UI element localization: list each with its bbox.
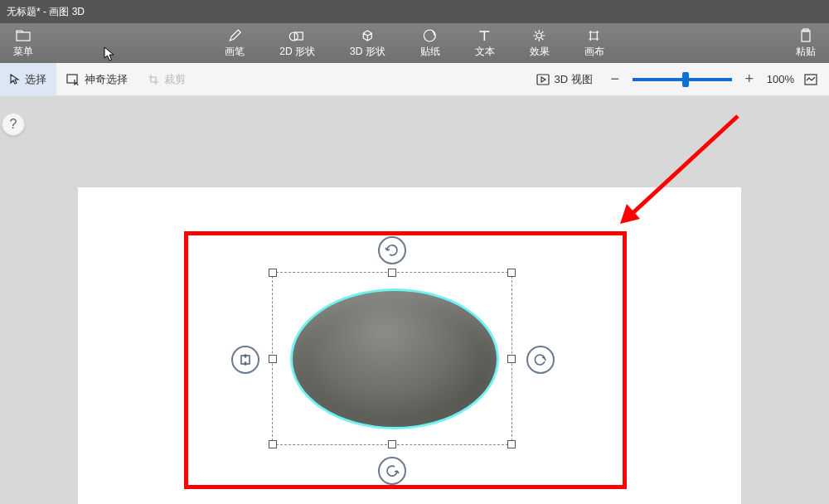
- zoom-out-button[interactable]: −: [608, 72, 623, 87]
- magic-icon: [66, 74, 80, 85]
- zoom-thumb[interactable]: [682, 72, 689, 87]
- paste-icon: [799, 28, 812, 43]
- title-bar: 无标题* - 画图 3D: [0, 0, 829, 23]
- handle-se[interactable]: [507, 440, 516, 448]
- svg-rect-7: [67, 75, 77, 83]
- rotate-right-button[interactable]: [526, 346, 555, 374]
- 3d-ellipse-object[interactable]: [290, 288, 499, 429]
- svg-point-4: [537, 33, 542, 38]
- paste-button[interactable]: 粘贴: [788, 25, 824, 62]
- 3d-shape-icon: [360, 28, 375, 43]
- handle-e[interactable]: [507, 355, 516, 363]
- menu-button[interactable]: 菜单: [5, 25, 41, 62]
- zoom-in-button[interactable]: +: [742, 72, 757, 87]
- menu-label: 菜单: [13, 45, 33, 59]
- title-text: 无标题* - 画图 3D: [7, 5, 85, 19]
- svg-rect-0: [17, 32, 30, 41]
- 3d-shapes-button[interactable]: 3D 形状: [342, 25, 394, 62]
- handle-nw[interactable]: [269, 269, 277, 277]
- select-tool[interactable]: 选择: [0, 63, 56, 95]
- crop-icon: [148, 74, 159, 85]
- menu-center: 画笔 2D 形状 3D 形状 贴纸 文本: [216, 25, 612, 62]
- fullscreen-icon[interactable]: [804, 74, 817, 85]
- stickers-button[interactable]: 贴纸: [412, 25, 448, 62]
- handle-sw[interactable]: [269, 440, 277, 448]
- 2d-shape-icon: [289, 28, 306, 43]
- folder-icon: [16, 28, 31, 43]
- play-3d-icon: [536, 74, 550, 85]
- menu-bar: 菜单 画笔 2D 形状 3D 形状 贴纸: [0, 23, 829, 63]
- handle-w[interactable]: [269, 355, 277, 363]
- svg-point-2: [290, 32, 298, 41]
- handle-n[interactable]: [388, 269, 396, 277]
- canvas-icon: [587, 28, 602, 43]
- sticker-icon: [423, 28, 438, 43]
- magic-select-tool[interactable]: 神奇选择: [56, 63, 138, 95]
- help-button[interactable]: ?: [2, 113, 25, 136]
- svg-point-3: [424, 30, 436, 41]
- svg-rect-5: [802, 31, 810, 41]
- tool-bar: 选择 神奇选择 裁剪 3D 视图 − + 100%: [0, 63, 829, 96]
- zoom-slider[interactable]: [633, 78, 732, 81]
- text-icon: [478, 28, 492, 43]
- svg-rect-8: [537, 75, 549, 85]
- z-depth-button[interactable]: [231, 346, 259, 374]
- cursor-icon: [10, 74, 20, 85]
- handle-ne[interactable]: [507, 269, 516, 277]
- workspace: ?: [0, 96, 829, 504]
- 3d-view-button[interactable]: 3D 视图: [531, 72, 598, 87]
- rotate-top-button[interactable]: [378, 236, 406, 264]
- 2d-shapes-button[interactable]: 2D 形状: [271, 25, 323, 62]
- effects-icon: [532, 28, 547, 43]
- crop-tool[interactable]: 裁剪: [138, 63, 196, 95]
- zoom-percent: 100%: [767, 73, 794, 85]
- text-button[interactable]: 文本: [467, 25, 503, 62]
- effects-button[interactable]: 效果: [521, 25, 558, 62]
- canvas-button[interactable]: 画布: [576, 25, 613, 62]
- tool-right: 3D 视图 − + 100%: [531, 72, 829, 87]
- rotate-bottom-button[interactable]: [378, 457, 406, 485]
- handle-s[interactable]: [388, 440, 396, 448]
- brush-icon: [227, 28, 242, 43]
- brushes-button[interactable]: 画笔: [216, 25, 253, 62]
